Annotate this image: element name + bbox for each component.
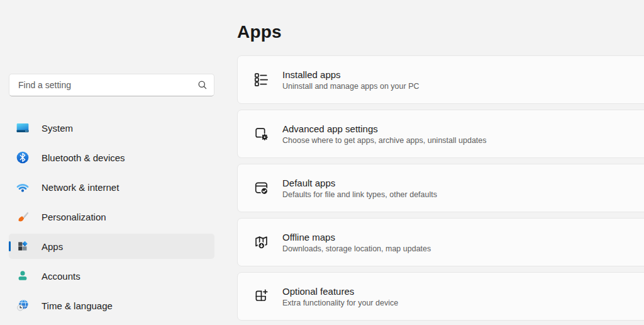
- settings-card-list: Installed apps Uninstall and manage apps…: [237, 55, 644, 325]
- card-text: Offline maps Downloads, storage location…: [282, 232, 431, 253]
- page-title: Apps: [237, 22, 282, 42]
- sidebar-item-apps[interactable]: Apps: [9, 234, 214, 259]
- sidebar-item-label: System: [42, 123, 73, 134]
- card-subtitle: Defaults for file and link types, other …: [282, 190, 437, 199]
- sidebar-item-time-language[interactable]: Time & language: [9, 293, 214, 318]
- apps-grid-icon: [16, 239, 30, 253]
- card-title: Default apps: [282, 178, 437, 188]
- card-title: Advanced app settings: [282, 123, 487, 134]
- search-icon: [197, 80, 208, 90]
- person-icon: [16, 269, 30, 283]
- globe-clock-icon: [16, 299, 30, 312]
- brush-icon: [16, 210, 30, 224]
- sidebar-item-system[interactable]: System: [9, 115, 214, 140]
- card-text: Installed apps Uninstall and manage apps…: [282, 69, 419, 91]
- sidebar-item-label: Apps: [42, 241, 63, 252]
- card-advanced-app-settings[interactable]: Advanced app settings Choose where to ge…: [237, 110, 644, 158]
- sidebar-item-label: Bluetooth & devices: [42, 152, 125, 163]
- sidebar-item-label: Accounts: [42, 271, 80, 282]
- advanced-app-settings-icon: [253, 125, 270, 142]
- search-input[interactable]: [17, 79, 197, 91]
- card-installed-apps[interactable]: Installed apps Uninstall and manage apps…: [237, 55, 644, 104]
- card-subtitle: Choose where to get apps, archive apps, …: [282, 136, 487, 145]
- sidebar-item-accounts[interactable]: Accounts: [9, 263, 214, 288]
- offline-maps-icon: [253, 234, 270, 251]
- card-title: Optional features: [282, 286, 398, 297]
- sidebar-item-label: Time & language: [42, 300, 113, 311]
- default-apps-icon: [253, 180, 270, 197]
- card-optional-features[interactable]: Optional features Extra functionality fo…: [237, 272, 644, 321]
- system-icon: [16, 121, 30, 135]
- card-text: Advanced app settings Choose where to ge…: [282, 123, 487, 145]
- card-offline-maps[interactable]: Offline maps Downloads, storage location…: [237, 218, 644, 266]
- card-title: Installed apps: [282, 69, 419, 80]
- card-text: Optional features Extra functionality fo…: [282, 286, 398, 307]
- sidebar-item-personalization[interactable]: Personalization: [9, 204, 214, 229]
- optional-features-icon: [253, 288, 270, 305]
- card-text: Default apps Defaults for file and link …: [282, 178, 437, 199]
- sidebar-item-bluetooth-devices[interactable]: Bluetooth & devices: [9, 145, 214, 170]
- wifi-icon: [16, 180, 30, 194]
- card-subtitle: Extra functionality for your device: [282, 299, 398, 307]
- card-default-apps[interactable]: Default apps Defaults for file and link …: [237, 164, 644, 212]
- card-title: Offline maps: [282, 232, 431, 242]
- settings-search-box[interactable]: [9, 74, 214, 96]
- sidebar-item-label: Personalization: [42, 212, 106, 222]
- sidebar-item-label: Network & internet: [42, 182, 119, 193]
- card-subtitle: Uninstall and manage apps on your PC: [282, 82, 419, 91]
- installed-apps-icon: [253, 71, 270, 88]
- bluetooth-icon: [16, 151, 30, 164]
- settings-sidebar-nav: System Bluetooth & devices Network & int…: [9, 115, 214, 322]
- card-subtitle: Downloads, storage location, map updates: [282, 244, 431, 253]
- selected-accent-pill: [9, 241, 11, 251]
- sidebar-item-network-internet[interactable]: Network & internet: [9, 174, 214, 200]
